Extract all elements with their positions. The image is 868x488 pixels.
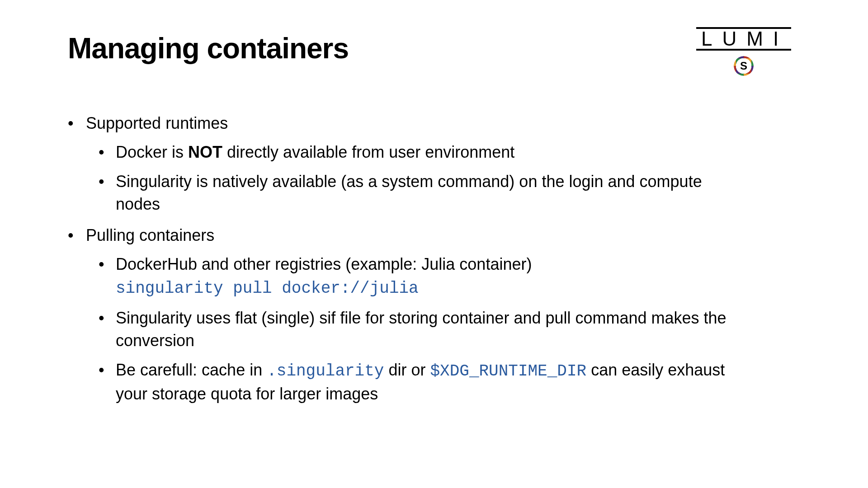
text-bold-not: NOT xyxy=(188,143,222,161)
sub-bullet-sif-file: Singularity uses flat (single) sif file … xyxy=(99,307,731,352)
bullet-list: Supported runtimes Docker is NOT directl… xyxy=(68,112,800,405)
code-singularity-dir: .singularity xyxy=(267,362,384,380)
sub-bullet-list: DockerHub and other registries (example:… xyxy=(86,253,800,405)
code-xdg-runtime-dir: $XDG_RUNTIME_DIR xyxy=(430,362,586,380)
bullet-label: Pulling containers xyxy=(86,226,214,244)
slide-header: Managing containers LUMI S xyxy=(68,27,800,76)
text-fragment: directly available from user environment xyxy=(222,143,514,161)
lumi-logo-text: LUMI xyxy=(696,29,791,49)
text-fragment: DockerHub and other registries (example:… xyxy=(116,255,532,273)
sub-bullet-dockerhub: DockerHub and other registries (example:… xyxy=(99,253,731,300)
bullet-pulling-containers: Pulling containers DockerHub and other r… xyxy=(68,224,800,406)
slide: Managing containers LUMI S Supported run… xyxy=(0,0,868,488)
sub-bullet-docker: Docker is NOT directly available from us… xyxy=(99,141,731,164)
lumi-logo-bottom-line xyxy=(696,49,791,51)
sub-bullet-singularity-native: Singularity is natively available (as a … xyxy=(99,170,731,216)
slide-title: Managing containers xyxy=(68,32,349,65)
sub-bullet-list: Docker is NOT directly available from us… xyxy=(86,141,800,216)
code-singularity-pull: singularity pull docker://julia xyxy=(116,277,731,300)
text-fragment: Singularity is natively available (as a … xyxy=(116,172,702,213)
text-fragment: Docker is xyxy=(116,143,188,161)
slide-content: Supported runtimes Docker is NOT directl… xyxy=(68,112,800,405)
text-fragment: Be carefull: cache in xyxy=(116,361,267,379)
singularity-logo-icon: S xyxy=(734,56,754,76)
lumi-logo: LUMI xyxy=(696,27,791,51)
sub-bullet-cache-warning: Be carefull: cache in .singularity dir o… xyxy=(99,359,731,406)
logo-group: LUMI S xyxy=(696,27,791,76)
bullet-supported-runtimes: Supported runtimes Docker is NOT directl… xyxy=(68,112,800,216)
bullet-label: Supported runtimes xyxy=(86,114,228,132)
text-fragment: Singularity uses flat (single) sif file … xyxy=(116,309,726,350)
singularity-letter: S xyxy=(734,56,754,76)
text-fragment: dir or xyxy=(384,361,430,379)
